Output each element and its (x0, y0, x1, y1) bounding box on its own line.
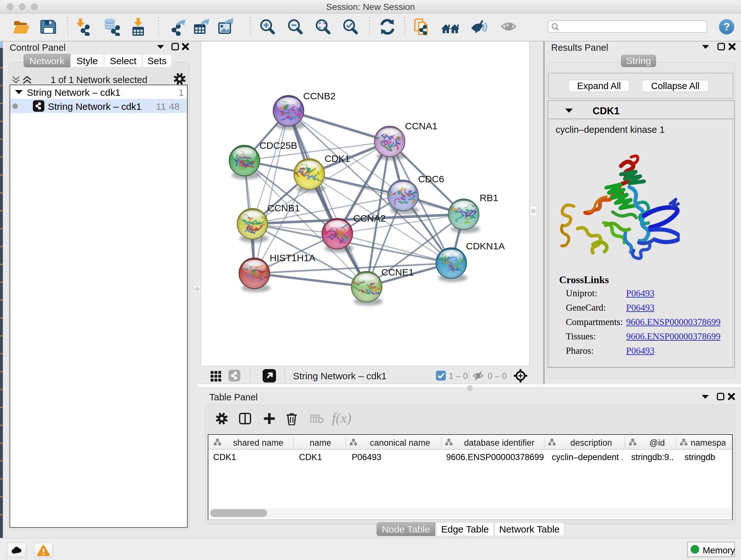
svg-text:HIST1H1A: HIST1H1A (270, 253, 315, 263)
svg-text:CDKN1A: CDKN1A (466, 241, 505, 251)
svg-text:CDC6: CDC6 (418, 174, 444, 184)
svg-text:CDK1: CDK1 (325, 153, 350, 164)
svg-text:CCNB1: CCNB1 (267, 203, 300, 213)
svg-text:CCNE1: CCNE1 (381, 267, 414, 277)
svg-text:CDC25B: CDC25B (259, 140, 297, 151)
svg-text:CCNB2: CCNB2 (303, 91, 336, 101)
svg-text:CCNA2: CCNA2 (353, 213, 386, 224)
svg-text:RB1: RB1 (480, 192, 498, 203)
svg-text:CCNA1: CCNA1 (405, 121, 437, 131)
